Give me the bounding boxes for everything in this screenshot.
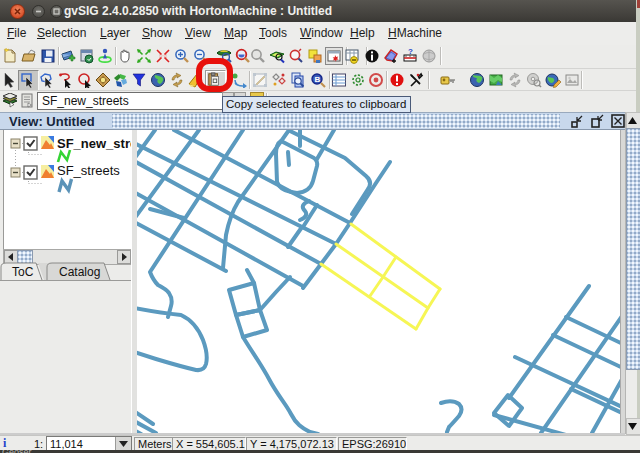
svg-text:SF_streets: SF_streets	[57, 163, 120, 178]
svg-text:SF_new_stre: SF_new_stre	[57, 136, 131, 151]
svg-text:B: B	[314, 75, 320, 84]
svg-text:ToC: ToC	[12, 265, 34, 279]
svg-text:Catalog: Catalog	[59, 265, 100, 279]
